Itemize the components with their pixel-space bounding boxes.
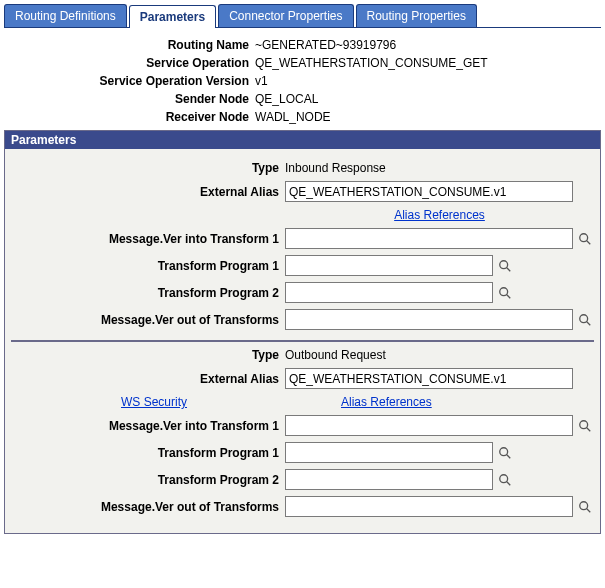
value-type-outbound: Outbound Request xyxy=(285,348,386,362)
tab-routing-definitions[interactable]: Routing Definitions xyxy=(4,4,127,27)
value-receiver-node: WADL_NODE xyxy=(255,110,331,124)
tab-bar: Routing Definitions Parameters Connector… xyxy=(4,4,601,28)
magnifier-icon[interactable] xyxy=(577,418,593,434)
label-transform-program-2-outbound: Transform Program 2 xyxy=(11,473,285,487)
svg-point-14 xyxy=(580,501,588,509)
tab-routing-properties[interactable]: Routing Properties xyxy=(356,4,477,27)
section-divider xyxy=(11,340,594,342)
label-msg-ver-into-1-outbound: Message.Ver into Transform 1 xyxy=(11,419,285,433)
magnifier-icon[interactable] xyxy=(497,258,513,274)
value-sender-node: QE_LOCAL xyxy=(255,92,318,106)
tab-connector-properties[interactable]: Connector Properties xyxy=(218,4,353,27)
tab-parameters[interactable]: Parameters xyxy=(129,5,216,28)
external-alias-input-outbound[interactable] xyxy=(285,368,573,389)
msg-ver-out-input-inbound[interactable] xyxy=(285,309,573,330)
panel-title: Parameters xyxy=(5,131,600,149)
panel-body: Type Inbound Response External Alias Ali… xyxy=(5,149,600,533)
parameters-panel: Parameters Type Inbound Response Externa… xyxy=(4,130,601,534)
svg-point-6 xyxy=(580,314,588,322)
transform-program-1-input-inbound[interactable] xyxy=(285,255,493,276)
transform-program-1-input-outbound[interactable] xyxy=(285,442,493,463)
value-service-operation-version: v1 xyxy=(255,74,268,88)
magnifier-icon[interactable] xyxy=(577,499,593,515)
svg-line-1 xyxy=(587,240,591,244)
ws-security-link[interactable]: WS Security xyxy=(121,395,187,409)
label-msg-ver-into-1-inbound: Message.Ver into Transform 1 xyxy=(11,232,285,246)
magnifier-icon[interactable] xyxy=(497,445,513,461)
msg-ver-out-input-outbound[interactable] xyxy=(285,496,573,517)
svg-point-4 xyxy=(500,287,508,295)
label-routing-name: Routing Name xyxy=(4,38,255,52)
magnifier-icon[interactable] xyxy=(577,312,593,328)
svg-point-0 xyxy=(580,233,588,241)
svg-line-15 xyxy=(587,508,591,512)
value-type-inbound: Inbound Response xyxy=(285,161,386,175)
svg-line-7 xyxy=(587,321,591,325)
label-service-operation-version: Service Operation Version xyxy=(4,74,255,88)
label-transform-program-1-outbound: Transform Program 1 xyxy=(11,446,285,460)
label-external-alias-inbound: External Alias xyxy=(11,185,285,199)
svg-line-11 xyxy=(507,454,511,458)
msg-ver-into-1-input-inbound[interactable] xyxy=(285,228,573,249)
value-service-operation: QE_WEATHERSTATION_CONSUME_GET xyxy=(255,56,488,70)
svg-point-10 xyxy=(500,447,508,455)
alias-references-link-inbound[interactable]: Alias References xyxy=(394,208,485,222)
svg-line-9 xyxy=(587,427,591,431)
label-service-operation: Service Operation xyxy=(4,56,255,70)
label-msg-ver-out-inbound: Message.Ver out of Transforms xyxy=(11,313,285,327)
label-transform-program-1-inbound: Transform Program 1 xyxy=(11,259,285,273)
svg-point-12 xyxy=(500,474,508,482)
svg-point-2 xyxy=(500,260,508,268)
external-alias-input-inbound[interactable] xyxy=(285,181,573,202)
magnifier-icon[interactable] xyxy=(497,472,513,488)
label-type-inbound: Type xyxy=(11,161,285,175)
svg-line-13 xyxy=(507,481,511,485)
svg-line-5 xyxy=(507,294,511,298)
magnifier-icon[interactable] xyxy=(577,231,593,247)
label-external-alias-outbound: External Alias xyxy=(11,372,285,386)
transform-program-2-input-inbound[interactable] xyxy=(285,282,493,303)
label-type-outbound: Type xyxy=(11,348,285,362)
msg-ver-into-1-input-outbound[interactable] xyxy=(285,415,573,436)
label-sender-node: Sender Node xyxy=(4,92,255,106)
magnifier-icon[interactable] xyxy=(497,285,513,301)
transform-program-2-input-outbound[interactable] xyxy=(285,469,493,490)
routing-header: Routing Name ~GENERATED~93919796 Service… xyxy=(4,38,601,124)
svg-point-8 xyxy=(580,420,588,428)
label-msg-ver-out-outbound: Message.Ver out of Transforms xyxy=(11,500,285,514)
value-routing-name: ~GENERATED~93919796 xyxy=(255,38,396,52)
svg-line-3 xyxy=(507,267,511,271)
alias-references-link-outbound[interactable]: Alias References xyxy=(341,395,432,409)
label-transform-program-2-inbound: Transform Program 2 xyxy=(11,286,285,300)
label-receiver-node: Receiver Node xyxy=(4,110,255,124)
